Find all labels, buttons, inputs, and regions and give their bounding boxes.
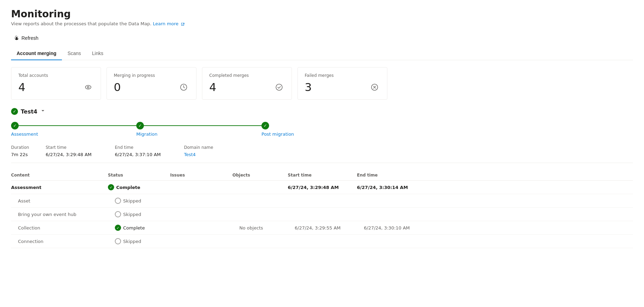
post-migration-step-label: Post migration — [261, 132, 294, 137]
migration-step-dot: ✓ — [136, 122, 144, 129]
stat-value-completed: 4 — [209, 81, 216, 94]
stat-value-failed: 3 — [305, 81, 312, 94]
complete-icon: ✓ — [108, 184, 114, 190]
skipped-icon — [115, 198, 121, 204]
page-subtitle: View reports about the processes that po… — [11, 21, 633, 26]
row-end: 6/27/24, 3:30:10 AM — [364, 225, 433, 231]
check-circle-icon — [274, 82, 285, 93]
table-header: Content Status Issues Objects Start time… — [11, 170, 633, 181]
step-line-1 — [19, 125, 136, 126]
stat-card-completed: Completed merges 4 — [202, 67, 292, 100]
table-row: Assessment ✓ Complete 6/27/24, 3:29:48 A… — [11, 181, 633, 194]
learn-more-link[interactable]: Learn more — [153, 21, 185, 26]
row-start: 6/27/24, 3:29:48 AM — [288, 185, 357, 190]
row-start: 6/27/24, 3:29:55 AM — [295, 225, 364, 231]
svg-point-3 — [276, 84, 282, 90]
skipped-icon — [115, 238, 121, 244]
progress-steps: ✓ Assessment ✓ Migration ✓ Post migratio… — [11, 122, 633, 137]
col-content: Content — [11, 173, 108, 178]
col-start-time: Start time — [288, 173, 357, 178]
migration-step-label: Migration — [136, 132, 157, 137]
content-table: Content Status Issues Objects Start time… — [11, 170, 633, 248]
table-row: Bring your own event hub Skipped — [11, 208, 633, 221]
start-time-label: Start time — [46, 145, 115, 150]
status-complete: ✓ Complete — [115, 225, 177, 231]
table-row: Connection Skipped — [11, 235, 633, 248]
main-page: Monitoring View reports about the proces… — [0, 0, 644, 307]
refresh-icon — [14, 35, 19, 41]
end-time-label: End time — [115, 145, 184, 150]
tab-links[interactable]: Links — [86, 47, 109, 60]
assessment-step-dot: ✓ — [11, 122, 19, 129]
svg-point-0 — [85, 85, 91, 89]
post-migration-step-dot: ✓ — [261, 122, 269, 129]
chevron-down-icon[interactable] — [40, 108, 46, 115]
domain-value[interactable]: Test4 — [184, 152, 253, 157]
stat-label-merging: Merging in progress — [114, 73, 189, 78]
status-skipped: Skipped — [115, 238, 177, 244]
stats-row: Total accounts 4 Merging in progress 0 — [11, 67, 633, 100]
step-post-migration: ✓ Post migration — [261, 122, 294, 137]
page-title: Monitoring — [11, 8, 633, 20]
row-content: Asset — [18, 198, 115, 204]
refresh-button[interactable]: Refresh — [11, 33, 41, 43]
step-line-2 — [144, 125, 261, 126]
assessment-step-label: Assessment — [11, 132, 38, 137]
stat-card-total-accounts: Total accounts 4 — [11, 67, 101, 100]
stat-label-completed: Completed merges — [209, 73, 285, 78]
status-complete: ✓ Complete — [108, 184, 170, 190]
tab-scans[interactable]: Scans — [62, 47, 86, 60]
section-name: Test4 — [21, 108, 37, 115]
duration-label: Duration — [11, 145, 46, 150]
eye-icon — [83, 82, 94, 93]
row-content: Bring your own event hub — [18, 212, 115, 217]
stat-value-merging: 0 — [114, 81, 121, 94]
x-circle-icon — [369, 82, 380, 93]
step-assessment: ✓ Assessment — [11, 122, 136, 137]
domain-label: Domain name — [184, 145, 253, 150]
svg-point-1 — [88, 87, 89, 88]
skipped-icon — [115, 211, 121, 217]
toolbar: Refresh — [11, 33, 633, 43]
row-content: Collection — [18, 225, 115, 231]
table-row: Asset Skipped — [11, 194, 633, 208]
stat-card-failed: Failed merges 3 — [297, 67, 387, 100]
stat-card-merging-progress: Merging in progress 0 — [107, 67, 196, 100]
row-content: Connection — [18, 239, 115, 244]
start-time-value: 6/27/24, 3:29:48 AM — [46, 152, 115, 157]
info-grid: Duration 7m 22s Start time 6/27/24, 3:29… — [11, 145, 633, 163]
status-skipped: Skipped — [115, 211, 177, 217]
step-migration: ✓ Migration — [136, 122, 261, 137]
duration-value: 7m 22s — [11, 152, 46, 157]
col-end-time: End time — [357, 173, 426, 178]
stat-value-total: 4 — [18, 81, 25, 94]
status-skipped: Skipped — [115, 198, 177, 204]
col-objects: Objects — [232, 173, 288, 178]
col-status: Status — [108, 173, 170, 178]
stat-label-total: Total accounts — [18, 73, 94, 78]
section-header: ✓ Test4 — [11, 108, 633, 115]
tab-account-merging[interactable]: Account merging — [11, 47, 62, 60]
sync-icon — [178, 82, 189, 93]
row-end: 6/27/24, 3:30:14 AM — [357, 185, 426, 190]
tabs-bar: Account merging Scans Links — [11, 47, 633, 60]
stat-label-failed: Failed merges — [305, 73, 380, 78]
complete-icon: ✓ — [115, 225, 121, 231]
row-content: Assessment — [11, 185, 108, 190]
end-time-value: 6/27/24, 3:37:10 AM — [115, 152, 184, 157]
table-row: Collection ✓ Complete No objects 6/27/24… — [11, 221, 633, 235]
col-issues: Issues — [170, 173, 232, 178]
section-status-icon: ✓ — [11, 108, 18, 115]
row-objects: No objects — [239, 225, 295, 231]
